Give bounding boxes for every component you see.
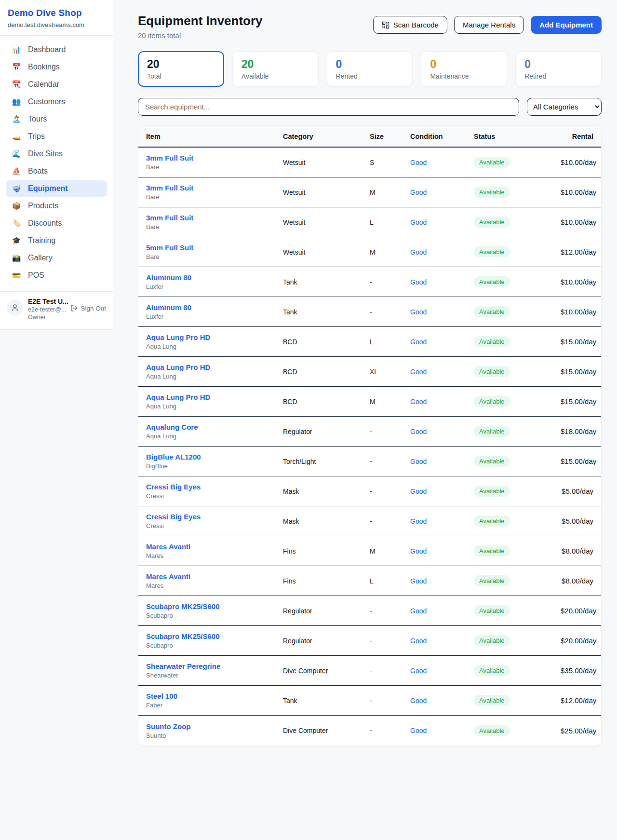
item-link[interactable]: 3mm Full Suit: [146, 214, 193, 222]
status-cell: Available: [474, 575, 561, 586]
item-link[interactable]: 5mm Full Suit: [146, 244, 193, 252]
table-row: Mares AvantiMaresFinsLGoodAvailable$8.00…: [138, 566, 601, 596]
brand-title[interactable]: Demo Dive Shop: [8, 8, 105, 18]
sidebar-item-pos[interactable]: 💳POS: [6, 267, 107, 284]
stat-label: Available: [241, 72, 309, 80]
condition-link[interactable]: Good: [410, 308, 427, 316]
stat-value: 20: [147, 58, 215, 71]
condition-link[interactable]: Good: [410, 547, 427, 555]
condition-link[interactable]: Good: [410, 218, 427, 226]
table-row: 3mm Full SuitBareWetsuitMGoodAvailable$1…: [138, 177, 601, 207]
condition-link[interactable]: Good: [410, 577, 427, 585]
stat-value: 20: [241, 58, 309, 71]
condition-link[interactable]: Good: [410, 458, 427, 465]
stat-card-total[interactable]: 20Total: [138, 51, 224, 87]
table-row: Suunto ZoopSuuntoDive Computer-GoodAvail…: [138, 716, 601, 745]
category-cell: Wetsuit: [283, 218, 370, 226]
status-cell: Available: [474, 396, 561, 407]
item-link[interactable]: Cressi Big Eyes: [146, 483, 201, 491]
sidebar-item-dashboard[interactable]: 📊Dashboard: [6, 41, 107, 58]
sidebar-item-bookings[interactable]: 📅Bookings: [6, 59, 107, 75]
item-link[interactable]: Steel 100: [146, 692, 177, 700]
item-link[interactable]: 3mm Full Suit: [146, 154, 193, 162]
rental-cell: $10.00/day: [561, 188, 596, 196]
sidebar-item-training[interactable]: 🎓Training: [6, 232, 107, 249]
item-cell: Aluminum 80Luxfer: [146, 273, 283, 290]
item-link[interactable]: Aluminum 80: [146, 273, 191, 282]
status-badge: Available: [474, 396, 510, 407]
item-link[interactable]: Suunto Zoop: [146, 722, 190, 731]
sidebar-item-trips[interactable]: 🚤Trips: [6, 128, 107, 145]
size-cell: -: [370, 667, 410, 675]
item-cell: Mares AvantiMares: [146, 542, 283, 559]
sidebar-item-dive-sites[interactable]: 🌊Dive Sites: [6, 146, 107, 162]
sidebar-item-customers[interactable]: 👥Customers: [6, 94, 107, 110]
item-link[interactable]: Aqualung Core: [146, 423, 198, 431]
item-link[interactable]: Mares Avanti: [146, 572, 190, 581]
size-cell: -: [370, 488, 410, 495]
item-link[interactable]: Scubapro MK25/S600: [146, 602, 220, 610]
sidebar-item-equipment[interactable]: 🤿Equipment: [6, 180, 107, 197]
sign-out-button[interactable]: Sign Out: [70, 304, 106, 312]
condition-link[interactable]: Good: [410, 248, 427, 256]
condition-cell: Good: [410, 607, 474, 615]
stat-card-retired[interactable]: 0Retired: [515, 51, 602, 87]
condition-link[interactable]: Good: [410, 488, 427, 495]
item-link[interactable]: Scubapro MK25/S600: [146, 632, 220, 640]
scan-barcode-button[interactable]: Scan Barcode: [373, 16, 447, 34]
stat-card-maintenance[interactable]: 0Maintenance: [421, 51, 507, 87]
condition-link[interactable]: Good: [410, 159, 427, 166]
manage-rentals-button[interactable]: Manage Rentals: [454, 16, 524, 34]
rental-cell: $15.00/day: [561, 338, 596, 346]
item-link[interactable]: Mares Avanti: [146, 542, 190, 551]
item-cell: Cressi Big EyesCressi: [146, 483, 283, 500]
item-link[interactable]: Aqua Lung Pro HD: [146, 333, 210, 341]
condition-link[interactable]: Good: [410, 727, 427, 734]
item-link[interactable]: Aqua Lung Pro HD: [146, 363, 210, 371]
table-row: Aqua Lung Pro HDAqua LungBCDMGoodAvailab…: [138, 387, 601, 417]
sidebar-item-products[interactable]: 📦Products: [6, 198, 107, 214]
item-cell: Aluminum 80Luxfer: [146, 303, 283, 320]
status-cell: Available: [474, 695, 561, 706]
item-brand: Bare: [146, 193, 283, 201]
category-select[interactable]: All Categories: [527, 98, 602, 116]
condition-link[interactable]: Good: [410, 338, 427, 346]
stat-card-rented[interactable]: 0Rented: [327, 51, 413, 87]
condition-link[interactable]: Good: [410, 517, 427, 525]
category-cell: Dive Computer: [283, 727, 370, 734]
item-link[interactable]: Aluminum 80: [146, 303, 191, 312]
search-input[interactable]: [138, 98, 519, 116]
item-link[interactable]: Cressi Big Eyes: [146, 513, 201, 521]
condition-link[interactable]: Good: [410, 368, 427, 376]
main-content: Equipment Inventory 20 items total Scan …: [113, 0, 617, 746]
status-badge: Available: [474, 456, 510, 467]
condition-link[interactable]: Good: [410, 697, 427, 705]
brand-subdomain: demo.test.divestreams.com: [8, 21, 105, 28]
user-name: E2E Test U...: [28, 298, 66, 305]
sidebar-item-tours[interactable]: 🏝️Tours: [6, 111, 107, 127]
item-link[interactable]: Aqua Lung Pro HD: [146, 393, 210, 401]
condition-link[interactable]: Good: [410, 278, 427, 286]
dashboard-icon: 📊: [12, 45, 21, 54]
pos-icon: 💳: [12, 271, 21, 280]
condition-link[interactable]: Good: [410, 398, 427, 406]
condition-link[interactable]: Good: [410, 637, 427, 645]
condition-link[interactable]: Good: [410, 189, 427, 196]
table-row: Aqua Lung Pro HDAqua LungBCDLGoodAvailab…: [138, 327, 601, 357]
condition-link[interactable]: Good: [410, 428, 427, 435]
item-link[interactable]: 3mm Full Suit: [146, 184, 193, 192]
item-link[interactable]: Shearwater Peregrine: [146, 662, 220, 670]
condition-cell: Good: [410, 727, 474, 734]
sidebar-item-discounts[interactable]: 🏷️Discounts: [6, 215, 107, 231]
item-brand: Faber: [146, 702, 283, 709]
condition-link[interactable]: Good: [410, 607, 427, 615]
item-link[interactable]: BigBlue AL1200: [146, 453, 201, 461]
rental-cell: $10.00/day: [561, 158, 596, 166]
condition-link[interactable]: Good: [410, 667, 427, 675]
add-equipment-button[interactable]: Add Equipment: [531, 16, 602, 34]
sidebar-item-calendar[interactable]: 📆Calendar: [6, 76, 107, 93]
sidebar-item-gallery[interactable]: 📸Gallery: [6, 250, 107, 266]
sidebar-item-boats[interactable]: ⛵Boats: [6, 163, 107, 179]
sidebar-item-label: Calendar: [28, 80, 59, 89]
stat-card-available[interactable]: 20Available: [232, 51, 319, 87]
